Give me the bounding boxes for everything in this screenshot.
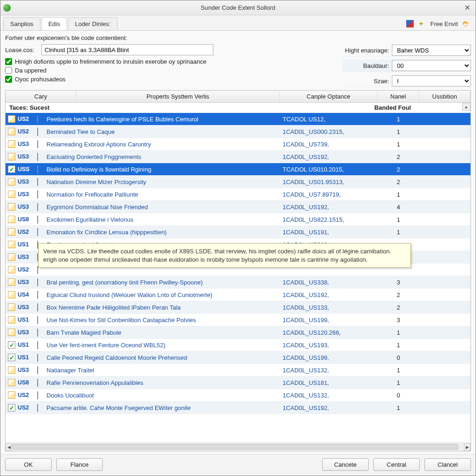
edit-icon[interactable] [6, 304, 18, 311]
edit-icon[interactable] [6, 178, 18, 185]
edit-icon[interactable] [6, 241, 18, 248]
col-properts[interactable]: Properts Systtem Verlis [76, 91, 280, 102]
scroll-right-icon[interactable]: ▶ [464, 443, 470, 451]
table-row[interactable]: US8Rafie Penrienoveriation Appulalibles1… [6, 377, 470, 389]
table-row[interactable]: ✓US2Pacsame arlite. Cahe Monte Fsegerved… [6, 402, 470, 414]
row-checkbox[interactable] [37, 367, 46, 374]
table-row[interactable]: US3Normation for Freflocalte Patliunte1C… [6, 188, 470, 201]
row-checkbox[interactable] [37, 317, 46, 324]
edit-icon[interactable] [6, 366, 18, 374]
row-checkbox[interactable] [37, 229, 46, 236]
row-checkbox[interactable] [37, 191, 46, 198]
clancel-button[interactable]: Clancel [424, 458, 471, 471]
edit-icon[interactable] [6, 203, 18, 211]
central-button[interactable]: Central [373, 458, 420, 471]
row-checkbox[interactable] [37, 392, 46, 399]
bauld-select[interactable]: 00 [392, 60, 471, 71]
col-nanel[interactable]: Nanel [377, 91, 419, 102]
chk-dauppered[interactable]: Da uppered [5, 67, 213, 74]
free-envit-label[interactable]: Free Envit [430, 20, 458, 27]
table-row[interactable]: US3Eaciuating Donierted Fnggnements1CAD0… [6, 151, 470, 163]
scroll-left-icon[interactable]: ◀ [6, 443, 12, 451]
table-row[interactable]: US2Emonation fix Cirrdlice Lensua (hippp… [6, 226, 470, 238]
row-checkbox[interactable] [37, 204, 46, 211]
hight-select[interactable]: Baher WDS [392, 45, 471, 56]
table-row[interactable]: US3Reliarreading Exbrool Aptions Caruntr… [6, 138, 470, 151]
edit-icon[interactable] [6, 140, 18, 148]
table-row[interactable]: US2Peetiures hech lis Caheiengine of PSL… [6, 113, 470, 126]
chk-oyoc-box[interactable] [5, 76, 12, 83]
h-scrollbar[interactable]: ◀ ▶ [6, 443, 470, 451]
h-scroll-thumb[interactable] [12, 444, 458, 450]
edit-icon[interactable] [6, 266, 18, 273]
wand-icon[interactable] [418, 20, 426, 27]
row-checkbox[interactable] [37, 354, 46, 361]
tab-sanplios[interactable]: Sanplios [3, 17, 40, 30]
edit-icon[interactable] [6, 316, 18, 324]
tab-edis[interactable]: Edis [41, 17, 67, 30]
chk-oyoc[interactable]: Oyoc prohusadeos [5, 76, 213, 83]
table-row[interactable]: US3Bral penting, gest (onorrationy tinit… [6, 276, 470, 289]
row-checkbox[interactable] [37, 153, 46, 160]
table-row[interactable]: ✓US1Calle Peoned Regeid Caldoenont Moori… [6, 351, 470, 364]
edit-icon[interactable] [6, 228, 18, 236]
tab-loder[interactable]: Loder Dinles: [68, 17, 118, 30]
row-checkbox[interactable] [37, 216, 46, 223]
edit-icon[interactable] [6, 153, 18, 160]
flag-icon[interactable] [406, 20, 414, 27]
edit-icon[interactable] [6, 379, 18, 386]
table-row[interactable]: US2Beminated Tiee to Caque1CAD0L_US000.2… [6, 126, 470, 138]
row-checkbox[interactable] [37, 329, 46, 336]
edit-icon[interactable]: ✓ [6, 404, 18, 411]
row-checkbox[interactable] [37, 141, 46, 148]
row-checkbox[interactable] [37, 166, 46, 173]
row-checkbox[interactable] [37, 128, 46, 135]
col-canple[interactable]: Canple Optance [280, 91, 377, 102]
row-checkbox[interactable] [37, 404, 46, 411]
table-body[interactable]: US2Peetiures hech lis Caheiengine of PSL… [6, 113, 470, 443]
chk-dauppered-box[interactable] [5, 67, 12, 74]
edit-icon[interactable] [6, 391, 18, 399]
table-row[interactable]: US1Use Nst-Kimes for Stil Conbenlition C… [6, 314, 470, 326]
edit-icon[interactable] [6, 291, 18, 298]
table-row[interactable]: US3Natination Direime Mizer Prctogersity… [6, 176, 470, 188]
row-checkbox[interactable] [37, 342, 46, 349]
row-checkbox[interactable] [37, 178, 46, 185]
ok-button[interactable]: OK [5, 458, 52, 471]
row-checkbox[interactable] [37, 304, 46, 311]
table-row[interactable]: ✓US1Use Ver fent-iment Fenture Oceond WB… [6, 339, 470, 351]
szae-select[interactable]: I [392, 75, 471, 86]
edit-icon[interactable] [6, 253, 18, 261]
close-icon[interactable]: ✕ [462, 3, 473, 12]
table-row[interactable]: US3Barn Tvnate Magied Pabule1CAD0L_US120… [6, 326, 470, 339]
table-row[interactable]: US8Excikimen Egurillatine i Vielonus1CAD… [6, 213, 470, 226]
table-row[interactable]: US3Eygrimoni Dommiatiual Nise Friended1C… [6, 201, 470, 213]
edit-icon[interactable] [6, 329, 18, 336]
edit-icon[interactable] [6, 115, 18, 123]
edit-icon[interactable] [6, 128, 18, 135]
flance-button[interactable]: Flance [56, 458, 103, 471]
edit-icon[interactable]: ✓ [6, 165, 18, 173]
loase-input[interactable] [41, 44, 213, 55]
edit-icon[interactable]: ✓ [6, 354, 18, 361]
row-checkbox[interactable] [37, 116, 46, 123]
hat-icon[interactable] [463, 20, 470, 27]
row-checkbox[interactable] [37, 279, 46, 286]
table-row[interactable]: US3Box Nerenime Pade Hiiligolited lPaben… [6, 301, 470, 314]
table-row[interactable]: US3Natianager Traitel1CAD0L_US132,1 [6, 364, 470, 377]
col-ussbition[interactable]: Ussbition [419, 91, 470, 102]
row-checkbox[interactable] [37, 379, 46, 386]
edit-icon[interactable] [6, 191, 18, 198]
cancete-button[interactable]: Cancete [322, 458, 369, 471]
edit-icon[interactable] [6, 278, 18, 286]
scroll-up-icon[interactable]: ▲ [462, 103, 470, 111]
table-row[interactable]: US2Dooks Uocalibuot1CAD0L_US132,0 [6, 389, 470, 402]
table-row[interactable]: ✓USSBlolld no Definiowy is fiowntald Rgi… [6, 163, 470, 176]
table-row[interactable]: US4Egiuical Cliund Iruslond (Welouer Wal… [6, 289, 470, 301]
edit-icon[interactable] [6, 216, 18, 223]
chk-hinigh[interactable]: Hinigh dofionts upple to frelimenment to… [5, 58, 213, 65]
edit-icon[interactable]: ✓ [6, 341, 18, 349]
chk-hinigh-box[interactable] [5, 58, 12, 65]
col-cary[interactable]: Cary [6, 91, 76, 102]
row-checkbox[interactable] [37, 291, 46, 298]
